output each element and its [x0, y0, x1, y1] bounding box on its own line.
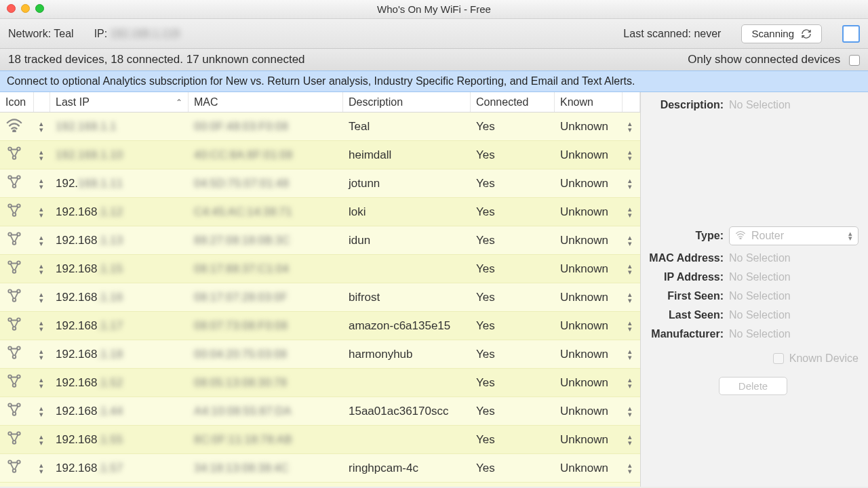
- known-stepper[interactable]: ▴▾: [623, 113, 640, 140]
- row-stepper[interactable]: ▴▾: [34, 255, 50, 283]
- cell-description: idun: [343, 226, 471, 254]
- cell-mac: 08:07:73:08:F0:08: [189, 312, 343, 340]
- table-row[interactable]: ▴▾192.168.1.5734:18:13:08:38:4Cringhpcam…: [0, 454, 640, 483]
- node-icon: [0, 397, 34, 425]
- only-connected-checkbox[interactable]: [849, 55, 860, 66]
- known-device-label: Known Device: [789, 352, 859, 365]
- cell-description: 15aa01ac36170scc: [343, 397, 471, 425]
- cell-known: Unknown: [555, 369, 623, 396]
- row-stepper[interactable]: ▴▾: [34, 454, 50, 482]
- detail-mac-value: No Selection: [729, 252, 859, 264]
- row-stepper[interactable]: ▴▾: [34, 340, 50, 368]
- row-stepper[interactable]: ▴▾: [34, 226, 50, 254]
- row-stepper[interactable]: ▴▾: [34, 113, 50, 140]
- detail-ip-label: IP Address:: [648, 271, 729, 283]
- cell-known: Unknown: [555, 340, 623, 368]
- cell-mac: 08:17:88:37:C1:04: [189, 255, 343, 283]
- minimize-window-button[interactable]: [21, 4, 30, 13]
- known-stepper[interactable]: ▴▾: [623, 226, 640, 254]
- cell-connected: Yes: [471, 141, 555, 169]
- cell-last-ip: 192.168.1.18: [50, 340, 189, 368]
- row-stepper[interactable]: ▴▾: [34, 198, 50, 226]
- cell-description: [343, 369, 471, 396]
- known-stepper[interactable]: ▴▾: [623, 169, 640, 197]
- col-known[interactable]: Known: [555, 92, 623, 112]
- col-icon[interactable]: Icon: [0, 92, 34, 112]
- col-connected[interactable]: Connected: [471, 92, 555, 112]
- col-last-ip[interactable]: Last IP⌃: [50, 92, 189, 112]
- cell-last-ip: 192.168.1.1: [50, 113, 189, 140]
- detail-manufacturer-label: Manufacturer:: [648, 328, 729, 340]
- table-row[interactable]: ▴▾192.168.1.1708:07:73:08:F0:08amazon-c6…: [0, 312, 640, 340]
- row-stepper[interactable]: ▴▾: [34, 283, 50, 311]
- wifi-icon: [735, 230, 746, 242]
- cell-connected: Yes: [471, 340, 555, 368]
- zoom-window-button[interactable]: [35, 4, 44, 13]
- cell-known: Unknown: [555, 454, 623, 482]
- cell-mac: 88:27:08:18:0B:3C: [189, 226, 343, 254]
- svg-point-0: [13, 130, 15, 132]
- ip-label: IP: 192.168.1.119: [94, 28, 180, 40]
- known-stepper[interactable]: ▴▾: [623, 454, 640, 482]
- col-sort[interactable]: [34, 92, 50, 112]
- table-row[interactable]: ▴▾192.168.1.1608:17:07:28:03:0FbifrostYe…: [0, 283, 640, 312]
- table-row[interactable]: ▴▾192.168.1.558C:0F:11:18:78:ABYesUnknow…: [0, 426, 640, 454]
- table-row[interactable]: ▴▾192.168.1.1104:5D:75:07:01:48jotunnYes…: [0, 169, 640, 198]
- known-stepper[interactable]: ▴▾: [623, 397, 640, 425]
- cell-known: Unknown: [555, 198, 623, 226]
- cell-last-ip: 192.168.1.44: [50, 397, 189, 425]
- table-row[interactable]: ▴▾192.168.1.12C4:45:AC:14:38:71lokiYesUn…: [0, 198, 640, 226]
- titlebar: Who's On My WiFi - Free: [0, 0, 868, 19]
- delete-button[interactable]: Delete: [719, 377, 787, 395]
- device-table: Icon Last IP⌃ MAC Description Connected …: [0, 92, 640, 487]
- row-stepper[interactable]: ▴▾: [34, 141, 50, 169]
- select-caret-icon: ▴▾: [848, 231, 852, 241]
- col-mac[interactable]: MAC: [189, 92, 343, 112]
- type-select[interactable]: Router ▴▾: [729, 226, 859, 245]
- known-device-checkbox[interactable]: [773, 353, 784, 364]
- detail-type-label: Type:: [648, 230, 729, 242]
- cell-connected: Yes: [471, 255, 555, 283]
- close-window-button[interactable]: [7, 4, 16, 13]
- known-stepper[interactable]: ▴▾: [623, 141, 640, 169]
- known-stepper[interactable]: ▴▾: [623, 426, 640, 453]
- node-icon: [0, 226, 34, 254]
- scan-button[interactable]: Scanning: [741, 24, 822, 43]
- table-row[interactable]: ▴▾192.168.1.1040:CC:8A:8F:01:08heimdallY…: [0, 141, 640, 169]
- table-row[interactable]: ▴▾192.168.1.100:0F:48:03:F0:08TealYesUnk…: [0, 113, 640, 141]
- known-stepper[interactable]: ▴▾: [623, 369, 640, 396]
- known-stepper[interactable]: ▴▾: [623, 255, 640, 283]
- table-row[interactable]: ▴▾192.168.1.1800:04:20:75:03:08harmonyhu…: [0, 340, 640, 369]
- row-stepper[interactable]: ▴▾: [34, 397, 50, 425]
- row-stepper[interactable]: ▴▾: [34, 426, 50, 453]
- node-icon: [0, 255, 34, 283]
- wifi-icon: [0, 113, 34, 140]
- analytics-banner[interactable]: Connect to optional Analytics subscripti…: [0, 70, 868, 92]
- cell-description: loki: [343, 198, 471, 226]
- cell-last-ip: 192.168.1.16: [50, 283, 189, 311]
- table-row[interactable]: ▴▾192.168.1.1508:17:88:37:C1:04YesUnknow…: [0, 255, 640, 283]
- svg-point-37: [740, 238, 741, 239]
- row-stepper[interactable]: ▴▾: [34, 369, 50, 396]
- node-icon: [0, 141, 34, 169]
- cell-connected: Yes: [471, 312, 555, 340]
- known-stepper[interactable]: ▴▾: [623, 198, 640, 226]
- detail-description-label: Description:: [648, 99, 729, 111]
- known-device-toggle[interactable]: Known Device: [648, 352, 859, 365]
- row-stepper[interactable]: ▴▾: [34, 312, 50, 340]
- known-stepper[interactable]: ▴▾: [623, 340, 640, 368]
- table-row[interactable]: ▴▾192.168.1.1388:27:08:18:0B:3CidunYesUn…: [0, 226, 640, 255]
- cell-last-ip: 192.168.1.17: [50, 312, 189, 340]
- toolbar-square-button[interactable]: [842, 25, 860, 43]
- node-icon: [0, 312, 34, 340]
- col-description[interactable]: Description: [343, 92, 471, 112]
- known-stepper[interactable]: ▴▾: [623, 312, 640, 340]
- row-stepper[interactable]: ▴▾: [34, 169, 50, 197]
- only-connected-toggle[interactable]: Only show connected devices: [688, 53, 860, 66]
- known-stepper[interactable]: ▴▾: [623, 283, 640, 311]
- node-icon: [0, 454, 34, 482]
- detail-panel: Description: No Selection Type: Router ▴…: [640, 92, 868, 487]
- table-row[interactable]: ▴▾192.168.1.5208:05:13:08:30:78YesUnknow…: [0, 369, 640, 397]
- cell-last-ip: 192.168.1.11: [50, 169, 189, 197]
- table-row[interactable]: ▴▾192.168.1.44A4:10:08:55:87:DA15aa01ac3…: [0, 397, 640, 426]
